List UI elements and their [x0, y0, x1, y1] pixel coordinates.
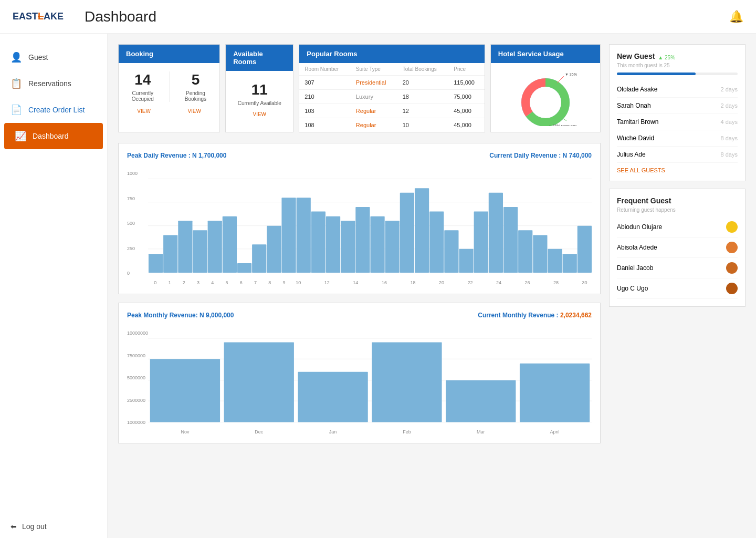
- x-label: [334, 280, 348, 285]
- occupied-label: Currently Occupied: [124, 90, 162, 102]
- sidebar: 👤 Guest 📋 Reservations 📄 Create Order Li…: [0, 34, 108, 538]
- create-order-icon: 📄: [10, 104, 22, 116]
- price: 75,000: [448, 90, 485, 104]
- monthly-chart-title-row: Peak Monthly Revenue: N 9,000,000 Curren…: [127, 312, 592, 324]
- bar: [193, 230, 207, 273]
- pending-stat: 5 Pending Bookings: [177, 71, 215, 102]
- guest-row: Ololade Asake2 days: [617, 81, 738, 98]
- x-label: 1: [162, 280, 176, 285]
- svg-line-4: [557, 76, 564, 83]
- monthly-peak-title: Peak Monthly Revenue: N 9,000,000: [127, 312, 234, 319]
- suite-type: Luxury: [351, 90, 397, 104]
- x-label: [449, 280, 463, 285]
- sidebar-item-dashboard[interactable]: 📈 Dashboard: [4, 123, 103, 149]
- daily-chart-body: 02505007501000 0123456789101214161820222…: [127, 171, 592, 285]
- booking-view-right[interactable]: VIEW: [169, 106, 219, 118]
- bar: [326, 216, 340, 273]
- logout-label: Log out: [22, 522, 47, 531]
- bar: [459, 249, 473, 273]
- see-all-guests[interactable]: SEE ALL GUESTS: [617, 167, 738, 173]
- bar: [163, 235, 177, 273]
- sidebar-item-label-reservations: Reservations: [28, 79, 71, 88]
- guest-icon: 👤: [10, 51, 22, 63]
- x-label: [392, 280, 406, 285]
- frequent-guest-row: Abiodun Olujare: [617, 217, 738, 237]
- new-guest-list: Ololade Asake2 daysSarah Onah2 daysTamit…: [617, 81, 738, 163]
- guest-days: 2 days: [721, 86, 738, 92]
- room-number: 103: [299, 104, 351, 118]
- available-num: 11: [231, 81, 288, 98]
- frequent-guest-card: Frequent Guest Returning guest happens A…: [609, 189, 746, 307]
- guest-row: Wuche David8 days: [617, 130, 738, 147]
- guest-row: Tamitari Brown4 days: [617, 114, 738, 130]
- bar: [444, 230, 458, 273]
- sidebar-item-reservations[interactable]: 📋 Reservations: [0, 70, 107, 97]
- logout-button[interactable]: ⬅ Log out: [0, 515, 107, 538]
- popular-rooms-header: Popular Rooms: [299, 45, 484, 63]
- x-label: 10: [291, 280, 306, 285]
- suite-type: Presidential: [351, 76, 397, 90]
- x-label: 7: [248, 280, 262, 285]
- x-label: 22: [463, 280, 477, 285]
- room-number: 210: [299, 90, 351, 104]
- daily-bars-svg: [148, 171, 592, 276]
- bar: [563, 254, 577, 273]
- bar: [372, 342, 442, 422]
- frequent-guest-row: Daniel Jacob: [617, 258, 738, 278]
- frequent-guest-sub: Returning guest happens: [617, 207, 738, 213]
- svg-text:▼ 35% other services: ▼ 35% other services: [565, 73, 577, 76]
- x-label: [506, 280, 520, 285]
- available-view[interactable]: VIEW: [226, 106, 293, 121]
- daily-chart-section: Peak Daily Revenue : N 1,700,000 Current…: [118, 143, 601, 294]
- progress-bar-fill: [617, 73, 696, 75]
- price: 45,000: [448, 104, 485, 118]
- bar: [533, 235, 547, 273]
- guest-days: 8 days: [721, 151, 738, 158]
- guest-badge: [726, 221, 738, 233]
- guest-days: 2 days: [721, 102, 738, 109]
- frequent-guest-name: Ugo C Ugo: [617, 285, 648, 292]
- main-column: Booking 14 Currently Occupied 5 Pending …: [118, 44, 601, 452]
- room-number: 307: [299, 76, 351, 90]
- x-label: 14: [349, 280, 363, 285]
- bar: [578, 226, 592, 273]
- table-row: 108 Regular 10 45,000: [299, 118, 484, 132]
- booking-view-left[interactable]: VIEW: [119, 106, 169, 118]
- logo: EASTLAKE: [13, 11, 64, 22]
- daily-peak-title: Peak Daily Revenue : N 1,700,000: [127, 152, 226, 159]
- guest-badge: [726, 262, 738, 274]
- x-label: 8: [262, 280, 277, 285]
- bell-icon[interactable]: 🔔: [729, 10, 743, 24]
- new-guest-title: New Guest: [617, 52, 655, 60]
- x-label: 3: [191, 280, 205, 285]
- content-area: Booking 14 Currently Occupied 5 Pending …: [108, 34, 756, 538]
- total-bookings: 20: [397, 76, 449, 90]
- x-label: 12: [320, 280, 334, 285]
- bar: [429, 211, 444, 272]
- hotel-service-card: Hotel Service Usage: [490, 44, 601, 132]
- bar: [341, 221, 355, 273]
- frequent-guest-row: Abisola Adede: [617, 237, 738, 258]
- guest-badge: [726, 242, 738, 253]
- bar: [150, 359, 220, 422]
- new-guest-card: New Guest ▲ 25% This month guest is 25 O…: [609, 44, 746, 181]
- x-label: 16: [377, 280, 391, 285]
- sidebar-item-guest[interactable]: 👤 Guest: [0, 44, 107, 70]
- x-label: 30: [578, 280, 592, 285]
- guest-row: Julius Ade8 days: [617, 147, 738, 163]
- x-label: [306, 280, 320, 285]
- logout-icon: ⬅: [10, 522, 17, 531]
- donut-chart: ▼ 35% other services ▲ 65% room services: [514, 68, 577, 126]
- guest-name: Sarah Onah: [617, 102, 651, 109]
- frequent-guest-name: Abisola Adede: [617, 244, 657, 251]
- sidebar-item-create-order[interactable]: 📄 Create Order List: [0, 97, 107, 123]
- x-label: Feb: [370, 429, 444, 434]
- col-suite-type: Suite Type: [351, 63, 397, 76]
- col-price: Price: [448, 63, 485, 76]
- x-label: 26: [520, 280, 534, 285]
- frequent-guest-name: Daniel Jacob: [617, 264, 653, 272]
- daily-bars-wrap: 01234567891012141618202224262830: [148, 171, 592, 285]
- new-guest-sub: This month guest is 25: [617, 63, 738, 68]
- guest-row: Sarah Onah2 days: [617, 98, 738, 114]
- main-layout: 👤 Guest 📋 Reservations 📄 Create Order Li…: [0, 34, 756, 538]
